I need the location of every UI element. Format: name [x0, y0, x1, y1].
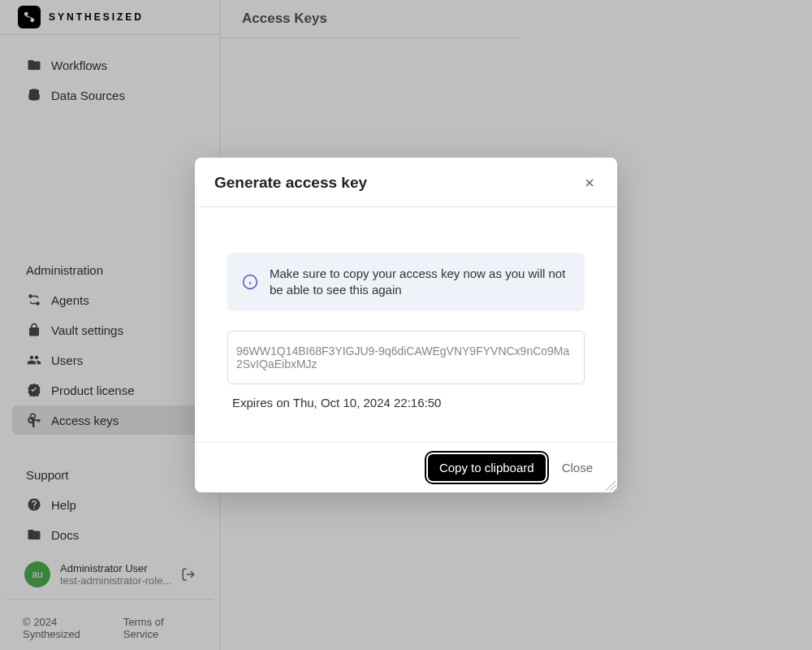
info-icon [242, 274, 258, 290]
info-banner: Make sure to copy your access key now as… [227, 253, 585, 312]
modal-title: Generate access key [214, 174, 367, 192]
generate-access-key-modal: Generate access key Make sure to copy yo… [195, 158, 617, 493]
close-button[interactable]: Close [562, 461, 593, 474]
expires-text: Expires on Thu, Oct 10, 2024 22:16:50 [227, 396, 585, 410]
access-key-value[interactable]: 96WW1Q14BI68F3YIGJU9-9q6diCAWEgVNY9FYVNC… [227, 331, 585, 384]
modal-header: Generate access key [195, 158, 617, 207]
info-text: Make sure to copy your access key now as… [270, 266, 570, 299]
resize-handle-icon[interactable] [606, 481, 615, 491]
close-icon[interactable] [581, 175, 598, 191]
copy-to-clipboard-button[interactable]: Copy to clipboard [428, 454, 546, 481]
modal-overlay[interactable]: Generate access key Make sure to copy yo… [0, 0, 812, 650]
modal-footer: Copy to clipboard Close [195, 442, 617, 492]
